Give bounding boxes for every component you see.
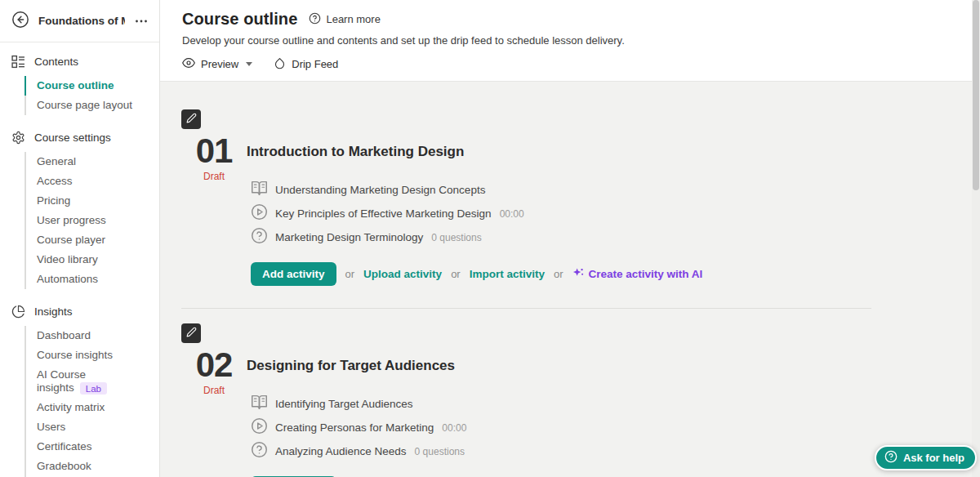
- sidebar-item-dashboard[interactable]: Dashboard: [24, 326, 159, 345]
- quiz-lesson-icon: [251, 441, 268, 461]
- sidebar-item-course-outline[interactable]: Course outline: [24, 76, 159, 96]
- lesson-row[interactable]: Analyzing Audience Needs 0 questions: [251, 439, 980, 463]
- arrow-left-circle-icon: [11, 11, 29, 31]
- drip-feed-button[interactable]: Drip Feed: [274, 57, 338, 72]
- course-outline-content: 01 Draft Introduction to Marketing Desig…: [160, 82, 980, 477]
- sidebar-item-ai-course-insights[interactable]: AI Course insightsLab: [24, 365, 159, 398]
- sidebar-section-course-settings-header: Course settings: [0, 123, 159, 152]
- upload-activity-link[interactable]: Upload activity: [363, 268, 442, 280]
- lesson-list: Understanding Marketing Design Concepts …: [251, 178, 980, 249]
- sidebar-item-access[interactable]: Access: [24, 172, 159, 191]
- sidebar-item-general[interactable]: General: [24, 152, 159, 172]
- sidebar-section-contents-header: Contents: [0, 47, 159, 76]
- lesson-title: Marketing Design Terminology: [275, 231, 423, 243]
- activity-actions: Add activity or Upload activity or Impor…: [251, 262, 980, 286]
- page-header: Course outline Learn more Develop your c…: [160, 0, 980, 82]
- lesson-row[interactable]: Identifying Target Audiences: [251, 392, 980, 416]
- sidebar-item-course-page-layout[interactable]: Course page layout: [24, 96, 159, 115]
- droplet-icon: [274, 57, 286, 72]
- or-separator: or: [554, 268, 564, 280]
- contents-sub-list: Course outline Course page layout: [24, 76, 159, 115]
- sidebar-nav: Contents Course outline Course page layo…: [0, 42, 159, 477]
- or-separator: or: [345, 268, 355, 280]
- scrollbar-track[interactable]: [972, 0, 980, 477]
- sidebar-section-insights: Insights Dashboard Course insights AI Co…: [0, 297, 159, 477]
- edit-chapter-2-button[interactable]: [181, 323, 201, 343]
- lesson-title: Creating Personas for Marketing: [275, 421, 434, 434]
- sidebar-item-course-player[interactable]: Course player: [24, 230, 159, 250]
- video-lesson-icon: [251, 203, 268, 224]
- chapter-status-badge: Draft: [181, 385, 247, 396]
- lesson-title: Key Principles of Effective Marketing De…: [275, 207, 492, 220]
- sidebar-item-certificates[interactable]: Certificates: [24, 437, 159, 457]
- sidebar-item-automations[interactable]: Automations: [24, 270, 159, 289]
- chapter-number: 02: [181, 348, 247, 382]
- add-activity-button[interactable]: Add activity: [251, 262, 336, 286]
- reading-lesson-icon: [251, 394, 268, 414]
- toolbar: Preview Drip Feed: [182, 56, 980, 72]
- ask-for-help-label: Ask for help: [903, 452, 964, 464]
- course-title: Foundations of Mar...: [38, 15, 125, 27]
- lesson-list: Identifying Target Audiences Creating Pe…: [251, 392, 980, 463]
- lesson-row[interactable]: Understanding Marketing Design Concepts: [251, 178, 980, 202]
- sidebar-item-video-library[interactable]: Video library: [24, 250, 159, 270]
- main-panel: Course outline Learn more Develop your c…: [160, 0, 980, 477]
- sidebar-section-contents: Contents Course outline Course page layo…: [0, 47, 159, 115]
- ask-for-help-button[interactable]: Ask for help: [875, 445, 977, 470]
- sidebar-item-gradebook[interactable]: Gradebook: [24, 457, 159, 476]
- lesson-meta: 0 questions: [431, 232, 481, 243]
- pie-chart-icon: [11, 305, 25, 319]
- edit-chapter-1-button[interactable]: [181, 109, 201, 129]
- page-description: Develop your course outline and contents…: [182, 34, 980, 47]
- sidebar-item-label: AI Course insights: [37, 368, 86, 394]
- kebab-menu-icon[interactable]: [133, 13, 149, 29]
- outline-list-icon: [11, 55, 25, 69]
- pencil-icon: [186, 327, 197, 340]
- lesson-row[interactable]: Key Principles of Effective Marketing De…: [251, 202, 980, 225]
- sidebar-section-label: Insights: [34, 305, 73, 318]
- sidebar-item-activity-matrix[interactable]: Activity matrix: [24, 398, 159, 417]
- app-window: Foundations of Mar... Contents Course ou…: [0, 0, 980, 477]
- chapter-title: Introduction to Marketing Design: [247, 134, 980, 160]
- create-activity-with-ai-link[interactable]: Create activity with AI: [572, 267, 703, 282]
- chevron-down-icon: [246, 62, 252, 66]
- sidebar-header: Foundations of Mar...: [0, 0, 159, 42]
- lesson-title: Identifying Target Audiences: [275, 398, 413, 410]
- lesson-meta: 00:00: [442, 422, 466, 434]
- video-lesson-icon: [251, 417, 268, 438]
- lesson-title: Analyzing Audience Needs: [275, 445, 407, 457]
- chapter-2: 02 Draft Designing for Target Audiences …: [181, 323, 980, 477]
- lesson-meta: 00:00: [500, 208, 524, 220]
- sidebar-item-user-progress[interactable]: User progress: [24, 211, 159, 230]
- lesson-title: Understanding Marketing Design Concepts: [275, 184, 485, 196]
- back-button[interactable]: [11, 11, 30, 31]
- chapter-number: 01: [181, 134, 247, 168]
- sidebar-section-label: Course settings: [34, 132, 111, 144]
- scrollbar-thumb[interactable]: [973, 0, 979, 190]
- import-activity-link[interactable]: Import activity: [470, 268, 545, 280]
- page-title: Course outline: [182, 10, 297, 29]
- chapter-status-badge: Draft: [181, 171, 247, 182]
- sidebar-section-label: Contents: [34, 56, 78, 68]
- chapter-1: 01 Draft Introduction to Marketing Desig…: [181, 109, 980, 286]
- insights-sub-list: Dashboard Course insights AI Course insi…: [24, 326, 159, 477]
- pencil-icon: [186, 113, 197, 126]
- lab-badge: Lab: [80, 382, 107, 395]
- sidebar-item-pricing[interactable]: Pricing: [24, 191, 159, 211]
- gear-icon: [11, 131, 25, 145]
- sparkle-icon: [572, 267, 585, 282]
- preview-button[interactable]: Preview: [182, 56, 252, 72]
- lesson-row[interactable]: Marketing Design Terminology 0 questions: [251, 225, 980, 249]
- quiz-lesson-icon: [251, 227, 268, 247]
- reading-lesson-icon: [251, 180, 268, 200]
- preview-label: Preview: [201, 58, 238, 70]
- or-separator: or: [451, 268, 461, 280]
- lesson-row[interactable]: Creating Personas for Marketing 00:00: [251, 416, 980, 439]
- eye-icon: [182, 56, 195, 72]
- learn-more-link[interactable]: Learn more: [309, 12, 380, 27]
- sidebar-item-users[interactable]: Users: [24, 417, 159, 437]
- lesson-meta: 0 questions: [415, 446, 465, 457]
- sidebar-item-course-insights[interactable]: Course insights: [24, 345, 159, 365]
- help-circle-icon: [309, 12, 321, 27]
- ai-link-label: Create activity with AI: [589, 268, 703, 280]
